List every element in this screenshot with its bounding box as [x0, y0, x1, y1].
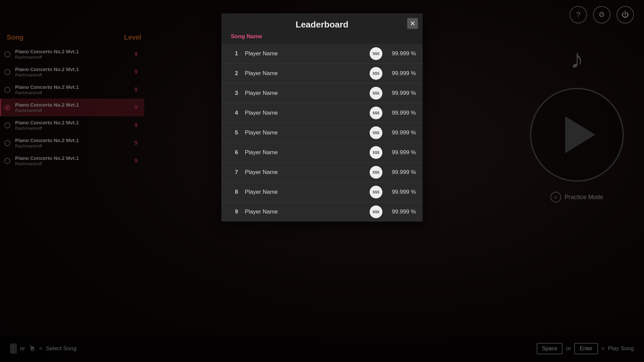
lb-player-1: Player Name [245, 70, 370, 77]
lb-player-8: Player Name [245, 208, 370, 215]
leaderboard-row: 2 Player Name SSS 99.999 % [221, 64, 423, 83]
sss-badge-3: SSS [370, 107, 382, 119]
lb-rank-3: 4 [228, 110, 245, 116]
lb-score-area-2: SSS 99.999 % [370, 87, 416, 100]
lb-rank-5: 6 [228, 149, 245, 156]
lb-rank-2: 3 [228, 90, 245, 97]
leaderboard-modal: Leaderboard ✕ Song Name 1 Player Name SS… [221, 13, 423, 222]
modal-header: Leaderboard ✕ Song Name [221, 13, 423, 44]
lb-player-5: Player Name [245, 149, 370, 156]
sss-badge-7: SSS [370, 186, 382, 198]
lb-score-area-5: SSS 99.999 % [370, 146, 416, 159]
leaderboard-row: 9 Player Name SSS 99.999 % [221, 202, 423, 222]
leaderboard-row: 5 Player Name SSS 99.999 % [221, 123, 423, 143]
lb-rank-4: 5 [228, 129, 245, 136]
modal-close-button[interactable]: ✕ [407, 18, 418, 29]
lb-player-6: Player Name [245, 169, 370, 176]
lb-pct-0: 99.999 % [386, 50, 416, 57]
leaderboard-entries: 1 Player Name SSS 99.999 % 2 Player Name… [221, 44, 423, 222]
lb-score-area-7: SSS 99.999 % [370, 186, 416, 198]
lb-player-0: Player Name [245, 50, 370, 57]
lb-rank-1: 2 [228, 70, 245, 77]
lb-score-area-0: SSS 99.999 % [370, 47, 416, 60]
sss-badge-6: SSS [370, 166, 382, 179]
lb-pct-3: 99.999 % [386, 110, 416, 116]
lb-rank-8: 9 [228, 208, 245, 215]
leaderboard-row: 7 Player Name SSS 99.999 % [221, 163, 423, 182]
leaderboard-row: 1 Player Name SSS 99.999 % [221, 44, 423, 64]
lb-pct-1: 99.999 % [386, 70, 416, 77]
lb-pct-2: 99.999 % [386, 90, 416, 97]
modal-song-name: Song Name [229, 33, 415, 40]
lb-score-area-1: SSS 99.999 % [370, 67, 416, 80]
lb-score-area-6: SSS 99.999 % [370, 166, 416, 179]
lb-pct-5: 99.999 % [386, 149, 416, 156]
lb-pct-7: 99.999 % [386, 189, 416, 195]
sss-badge-2: SSS [370, 87, 382, 100]
lb-pct-8: 99.999 % [386, 208, 416, 215]
leaderboard-row: 4 Player Name SSS 99.999 % [221, 103, 423, 123]
lb-pct-6: 99.999 % [386, 169, 416, 176]
sss-badge-8: SSS [370, 205, 382, 218]
sss-badge-4: SSS [370, 126, 382, 139]
sss-badge-0: SSS [370, 47, 382, 60]
lb-player-2: Player Name [245, 90, 370, 97]
leaderboard-row: 6 Player Name SSS 99.999 % [221, 143, 423, 163]
lb-pct-4: 99.999 % [386, 129, 416, 136]
lb-score-area-3: SSS 99.999 % [370, 107, 416, 119]
lb-rank-7: 8 [228, 189, 245, 195]
leaderboard-row: 8 Player Name SSS 99.999 % [221, 182, 423, 202]
lb-player-4: Player Name [245, 129, 370, 136]
lb-score-area-8: SSS 99.999 % [370, 205, 416, 218]
leaderboard-body: 1 Player Name SSS 99.999 % 2 Player Name… [221, 44, 423, 222]
lb-rank-0: 1 [228, 50, 245, 57]
sss-badge-1: SSS [370, 67, 382, 80]
lb-rank-6: 7 [228, 169, 245, 176]
lb-player-7: Player Name [245, 189, 370, 195]
modal-overlay: Leaderboard ✕ Song Name 1 Player Name SS… [0, 0, 644, 362]
leaderboard-row: 3 Player Name SSS 99.999 % [221, 83, 423, 103]
sss-badge-5: SSS [370, 146, 382, 159]
modal-title: Leaderboard [229, 19, 415, 30]
lb-player-3: Player Name [245, 110, 370, 116]
lb-score-area-4: SSS 99.999 % [370, 126, 416, 139]
